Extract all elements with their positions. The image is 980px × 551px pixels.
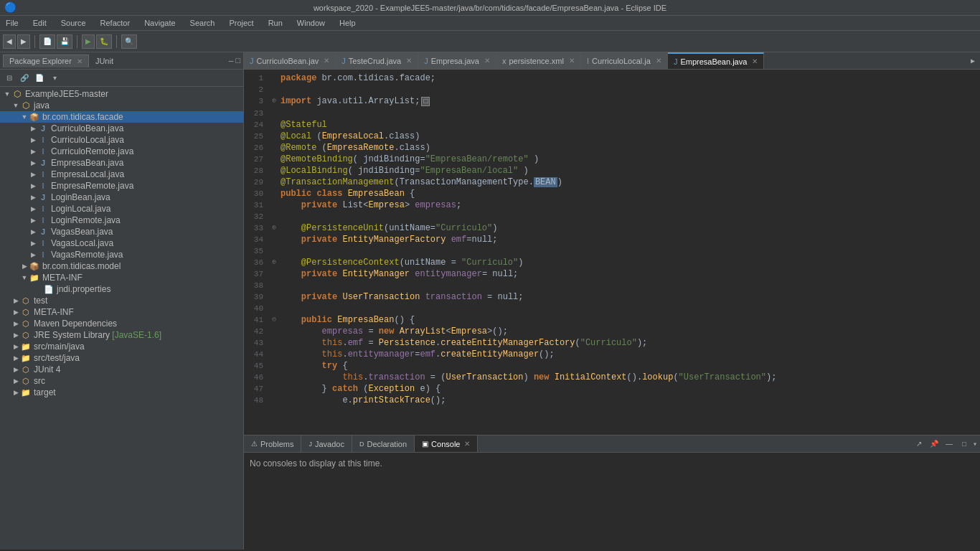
tab-curriculolocal[interactable]: I CurriculoLocal.ja ✕ bbox=[581, 52, 668, 69]
tab-testecrud[interactable]: J TesteCrud.java ✕ bbox=[336, 52, 418, 69]
menu-item-window[interactable]: Window bbox=[294, 17, 328, 29]
console-tab-close[interactable]: ✕ bbox=[464, 440, 470, 448]
bottom-pin-btn[interactable]: 📌 bbox=[928, 438, 941, 451]
tree-item-curriculolocal[interactable]: ▶ I CurriculoLocal.java bbox=[0, 134, 243, 146]
tab-package-explorer[interactable]: Package Explorer ✕ bbox=[3, 55, 89, 67]
tree-item-test[interactable]: ▶ ⬡ test bbox=[0, 295, 243, 306]
menu-item-file[interactable]: File bbox=[3, 17, 22, 29]
target-arrow[interactable]: ▶ bbox=[11, 389, 20, 396]
bottom-maximize-btn[interactable]: □ bbox=[958, 438, 971, 451]
tab-junit[interactable]: JUnit bbox=[89, 55, 120, 67]
tab-empresabean-close[interactable]: ✕ bbox=[752, 57, 758, 65]
tree-item-metainf-java[interactable]: ▼ 📁 META-INF bbox=[0, 272, 243, 283]
tree-item-empresalocal[interactable]: ▶ I EmpresaLocal.java bbox=[0, 169, 243, 180]
menu-item-help[interactable]: Help bbox=[336, 17, 359, 29]
loginlocal-arrow[interactable]: ▶ bbox=[29, 205, 37, 212]
loginbean-arrow[interactable]: ▶ bbox=[29, 194, 37, 201]
srctest-arrow[interactable]: ▶ bbox=[11, 354, 20, 362]
collapse-all-btn[interactable]: ⊟ bbox=[3, 72, 16, 85]
tree-item-jndi[interactable]: 📄 jndi.properties bbox=[0, 283, 243, 295]
toolbar-back-btn[interactable]: ◀ bbox=[3, 34, 16, 49]
tab-testecrud-close[interactable]: ✕ bbox=[406, 57, 412, 65]
tab-empresa-close[interactable]: ✕ bbox=[484, 57, 490, 65]
tree-item-srcmain[interactable]: ▶ 📁 src/main/java bbox=[0, 341, 243, 352]
vagasbean-arrow[interactable]: ▶ bbox=[29, 228, 37, 235]
code-editor[interactable]: 1 package br.com.tidicas.facade; 2 3 ⊕ i… bbox=[244, 70, 980, 435]
tree-item-jre[interactable]: ▶ ⬡ JRE System Library [JavaSE-1.6] bbox=[0, 329, 243, 341]
tree-item-project[interactable]: ▼ ⬡ ExampleJEE5-master bbox=[0, 88, 243, 100]
tree-item-metainf-top[interactable]: ▶ ⬡ META-INF bbox=[0, 306, 243, 318]
curriculoremote-arrow[interactable]: ▶ bbox=[29, 148, 37, 155]
tree-item-maven[interactable]: ▶ ⬡ Maven Dependencies bbox=[0, 318, 243, 329]
menu-item-search[interactable]: Search bbox=[187, 17, 218, 29]
tree-item-java-src[interactable]: ▼ ⬡ java bbox=[0, 100, 243, 111]
curriculobean-arrow[interactable]: ▶ bbox=[29, 125, 37, 132]
tree-item-empresaremote[interactable]: ▶ I EmpresaRemote.java bbox=[0, 180, 243, 192]
panel-tab-close[interactable]: ✕ bbox=[77, 57, 83, 65]
test-arrow[interactable]: ▶ bbox=[11, 297, 20, 304]
tree-item-loginremote[interactable]: ▶ I LoginRemote.java bbox=[0, 215, 243, 226]
tab-curriculobean-close[interactable]: ✕ bbox=[324, 57, 329, 65]
bottom-view-menu-btn[interactable]: ▾ bbox=[973, 440, 977, 448]
tree-item-empresabean[interactable]: ▶ J EmpresaBean.java bbox=[0, 157, 243, 169]
toolbar-run-btn[interactable]: ▶ bbox=[82, 34, 95, 49]
junit4-arrow[interactable]: ▶ bbox=[11, 366, 20, 373]
metainf-top-arrow[interactable]: ▶ bbox=[11, 309, 20, 316]
tree-item-src[interactable]: ▶ ⬡ src bbox=[0, 375, 243, 387]
tree-item-loginbean[interactable]: ▶ J LoginBean.java bbox=[0, 192, 243, 203]
tab-persistence[interactable]: x persistence.xml ✕ bbox=[496, 52, 581, 69]
empresabean-arrow[interactable]: ▶ bbox=[29, 159, 37, 166]
tree-item-target[interactable]: ▶ 📁 target bbox=[0, 387, 243, 398]
facade-arrow[interactable]: ▼ bbox=[20, 113, 29, 121]
panel-maximize-btn[interactable]: □ bbox=[235, 57, 240, 65]
metainf-java-arrow[interactable]: ▼ bbox=[20, 274, 29, 281]
menu-item-navigate[interactable]: Navigate bbox=[141, 17, 178, 29]
jre-arrow[interactable]: ▶ bbox=[11, 331, 20, 339]
tree-item-vagaslocal[interactable]: ▶ I VagasLocal.java bbox=[0, 237, 243, 249]
view-menu-btn[interactable]: ▾ bbox=[48, 72, 61, 85]
src-arrow[interactable]: ▶ bbox=[11, 377, 20, 385]
tab-javadoc[interactable]: J Javadoc bbox=[301, 435, 352, 452]
tab-declaration[interactable]: D Declaration bbox=[352, 435, 415, 452]
empresaremote-arrow[interactable]: ▶ bbox=[29, 182, 37, 189]
tree-item-facade-package[interactable]: ▼ 📦 br.com.tidicas.facade bbox=[0, 111, 243, 123]
tab-scroll-right[interactable]: ▶ bbox=[966, 52, 980, 69]
bottom-open-console-btn[interactable]: ↗ bbox=[913, 438, 925, 451]
tree-item-junit4[interactable]: ▶ ⬡ JUnit 4 bbox=[0, 364, 243, 375]
tab-console[interactable]: ▣ Console ✕ bbox=[415, 435, 478, 452]
project-arrow[interactable]: ▼ bbox=[3, 90, 11, 98]
toolbar-forward-btn[interactable]: ▶ bbox=[17, 34, 30, 49]
java-src-arrow[interactable]: ▼ bbox=[11, 102, 20, 109]
loginremote-arrow[interactable]: ▶ bbox=[29, 217, 37, 224]
toolbar-debug-btn[interactable]: 🐛 bbox=[96, 34, 112, 49]
panel-minimize-btn[interactable]: — bbox=[229, 57, 234, 65]
tree-item-loginlocal[interactable]: ▶ I LoginLocal.java bbox=[0, 203, 243, 215]
tree-item-curriculoremote[interactable]: ▶ I CurriculoRemote.java bbox=[0, 146, 243, 157]
link-with-editor-btn[interactable]: 🔗 bbox=[18, 72, 31, 85]
tree-item-vagasbean[interactable]: ▶ J VagasBean.java bbox=[0, 226, 243, 237]
tree-item-vagasremote[interactable]: ▶ I VagasRemote.java bbox=[0, 249, 243, 260]
toolbar-search-btn[interactable]: 🔍 bbox=[121, 34, 137, 49]
vagasremote-arrow[interactable]: ▶ bbox=[29, 251, 37, 258]
tab-empresa[interactable]: J Empresa.java ✕ bbox=[418, 52, 496, 69]
menu-item-project[interactable]: Project bbox=[226, 17, 256, 29]
tab-problems[interactable]: ⚠ Problems bbox=[244, 435, 301, 452]
tab-curriculobean[interactable]: J CurriculoBean.jav ✕ bbox=[244, 52, 336, 69]
toolbar-new-btn[interactable]: 📄 bbox=[39, 34, 55, 49]
menu-item-source[interactable]: Source bbox=[58, 17, 89, 29]
vagaslocal-arrow[interactable]: ▶ bbox=[29, 240, 37, 247]
bottom-minimize-btn[interactable]: — bbox=[943, 438, 956, 451]
tree-item-curriculobean[interactable]: ▶ J CurriculoBean.java bbox=[0, 123, 243, 134]
empresalocal-arrow[interactable]: ▶ bbox=[29, 171, 37, 178]
new-btn[interactable]: 📄 bbox=[33, 72, 46, 85]
tree-item-model-package[interactable]: ▶ 📦 br.com.tidicas.model bbox=[0, 260, 243, 272]
srcmain-arrow[interactable]: ▶ bbox=[11, 343, 20, 350]
toolbar-save-btn[interactable]: 💾 bbox=[57, 34, 72, 49]
tab-empresabean[interactable]: J EmpresaBean.java ✕ bbox=[668, 52, 764, 69]
curriculolocal-arrow[interactable]: ▶ bbox=[29, 136, 37, 143]
tree-item-srctest[interactable]: ▶ 📁 src/test/java bbox=[0, 352, 243, 364]
tab-persistence-close[interactable]: ✕ bbox=[569, 57, 575, 65]
tab-curriculolocal-close[interactable]: ✕ bbox=[656, 57, 661, 65]
menu-item-edit[interactable]: Edit bbox=[30, 17, 50, 29]
menu-item-run[interactable]: Run bbox=[265, 17, 286, 29]
